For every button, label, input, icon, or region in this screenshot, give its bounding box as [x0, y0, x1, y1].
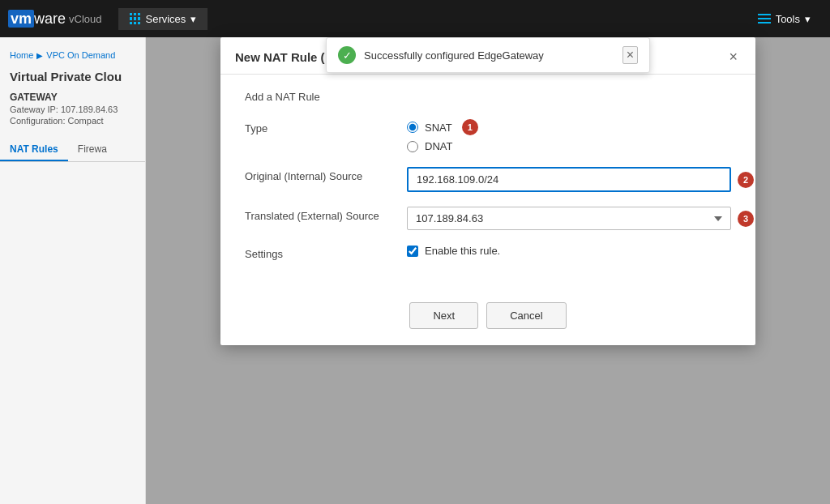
vmware-logo: vmware: [8, 11, 66, 28]
gateway-label: GATEWAY: [10, 92, 135, 103]
toast-success-icon: ✓: [338, 46, 356, 64]
dnat-radio-label[interactable]: DNAT: [407, 140, 731, 152]
vcloud-text: vCloud: [69, 13, 101, 25]
sidebar: Home ▶ VPC On Demand Virtual Private Clo…: [0, 37, 146, 504]
dialog-footer: Next Cancel: [220, 291, 755, 345]
top-navigation-bar: vmware vCloud Services ▾ Tools ▾: [0, 0, 830, 37]
cancel-button[interactable]: Cancel: [486, 302, 566, 329]
original-source-row: Original (Internal) Source 2: [245, 167, 731, 192]
snat-label: SNAT: [425, 122, 452, 134]
dialog-title: New NAT Rule (: [235, 50, 325, 64]
translated-source-wrapper: 107.189.84.63: [407, 207, 731, 230]
enable-rule-text: Enable this rule.: [425, 245, 500, 257]
translated-source-label: Translated (External) Source: [245, 207, 407, 222]
hamburger-icon: [758, 14, 771, 23]
main-content: ✓ Successfully configured EdgeGateway × …: [146, 37, 830, 504]
new-nat-rule-dialog: New NAT Rule ( × Add a NAT Rule Type SNA…: [220, 37, 755, 345]
next-button[interactable]: Next: [409, 302, 478, 329]
toast-close-button[interactable]: ×: [622, 46, 638, 64]
tabs-row: NAT Rules Firewa: [0, 139, 145, 162]
enable-rule-label[interactable]: Enable this rule.: [407, 245, 731, 257]
snat-radio-label[interactable]: SNAT 1: [407, 119, 731, 135]
gateway-config: Configuration: Compact: [10, 116, 135, 126]
type-radio-group: SNAT 1 DNAT: [407, 119, 731, 152]
dialog-close-button[interactable]: ×: [725, 49, 741, 66]
toast-notification: ✓ Successfully configured EdgeGateway ×: [326, 37, 650, 73]
badge-2: 2: [738, 172, 754, 188]
toast-message: Successfully configured EdgeGateway: [364, 49, 614, 62]
breadcrumb-home[interactable]: Home: [10, 50, 33, 60]
tools-label: Tools: [776, 13, 800, 25]
settings-label: Settings: [245, 245, 407, 260]
services-button[interactable]: Services ▾: [118, 8, 208, 30]
type-row: Type SNAT 1 DNAT: [245, 119, 731, 152]
settings-row: Settings Enable this rule.: [245, 245, 731, 260]
page-title: Virtual Private Clou: [0, 65, 145, 85]
translated-source-row: Translated (External) Source 107.189.84.…: [245, 207, 731, 230]
original-source-label: Original (Internal) Source: [245, 167, 407, 182]
dialog-body: Add a NAT Rule Type SNAT 1 DNAT: [220, 75, 755, 291]
dnat-label: DNAT: [425, 140, 452, 152]
original-source-control: 2: [407, 167, 731, 192]
services-label: Services: [146, 13, 186, 25]
breadcrumb-arrow: ▶: [36, 51, 43, 60]
dnat-radio[interactable]: [407, 141, 418, 152]
gateway-section: GATEWAY Gateway IP: 107.189.84.63 Config…: [0, 85, 145, 132]
translated-source-control: 107.189.84.63 3: [407, 207, 731, 230]
grid-icon: [130, 13, 141, 24]
tab-firewall[interactable]: Firewa: [68, 139, 117, 161]
breadcrumb-vpc[interactable]: VPC On Demand: [46, 50, 115, 60]
tab-nat-rules[interactable]: NAT Rules: [0, 139, 68, 161]
services-chevron-icon: ▾: [190, 13, 196, 25]
settings-control: Enable this rule.: [407, 245, 731, 257]
enable-rule-checkbox[interactable]: [407, 246, 418, 257]
tools-button[interactable]: Tools ▾: [747, 8, 822, 30]
type-label: Type: [245, 119, 407, 135]
dialog-subtitle: Add a NAT Rule: [245, 91, 731, 103]
badge-1: 1: [462, 119, 478, 135]
snat-radio[interactable]: [407, 122, 418, 133]
tools-chevron-icon: ▾: [805, 13, 811, 25]
translated-source-select[interactable]: 107.189.84.63: [407, 207, 731, 230]
breadcrumb: Home ▶ VPC On Demand: [0, 45, 145, 65]
gateway-ip: Gateway IP: 107.189.84.63: [10, 105, 135, 114]
original-source-input[interactable]: [407, 167, 731, 192]
badge-3: 3: [738, 211, 754, 227]
